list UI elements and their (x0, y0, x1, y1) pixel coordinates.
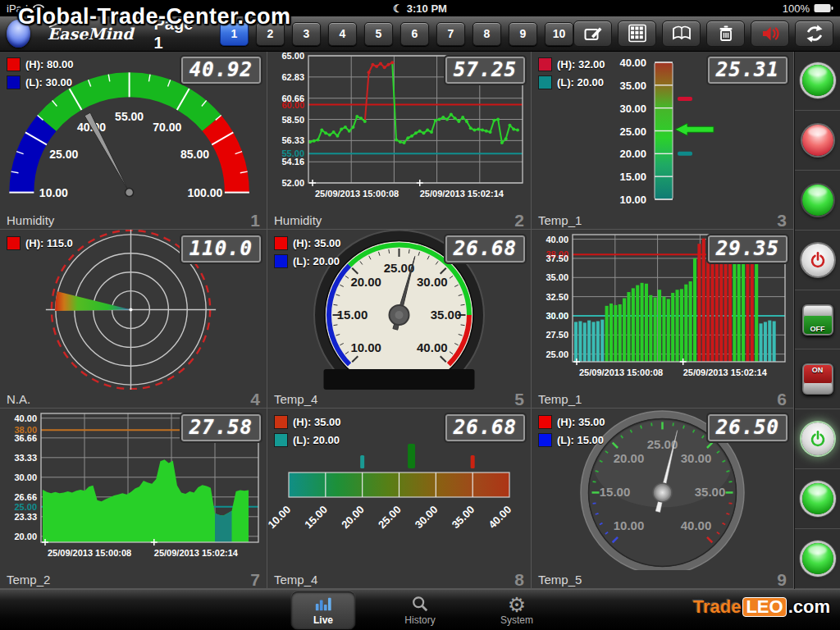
svg-text:85.00: 85.00 (180, 148, 209, 161)
legend-label: (H): 80.00 (25, 58, 74, 71)
panel-8-legend: (H): 35.00(L): 20.00 (274, 415, 341, 447)
panel-9-round-gauge-dark[interactable]: 10.0015.0020.0025.0030.0035.0040.00(H): … (532, 409, 794, 589)
watermark-bottom: TradeLEO.com (693, 596, 830, 618)
page-button-10[interactable]: 10 (545, 22, 573, 46)
panel-4-body: (H): 115.0110.0 (0, 230, 267, 390)
led-gloss (808, 546, 827, 555)
panel-6-body: 38.0030.0040.0037.5035.0032.5030.0027.50… (532, 230, 793, 390)
watermark-leo: LEO (742, 597, 786, 617)
svg-text:20.00: 20.00 (619, 148, 646, 160)
toolbar-actions (573, 21, 833, 47)
led-gloss (808, 127, 827, 136)
value-display: 40.92 (181, 57, 261, 84)
panel-1-semicircle-gauge[interactable]: 10.0025.0040.0055.0070.0085.00100.00(H):… (0, 51, 267, 230)
panel-title: Humidity (274, 212, 322, 229)
indicator-led-5[interactable] (802, 543, 833, 574)
panel-footer: Temp_48 (267, 570, 531, 588)
indicator-led-1[interactable] (802, 65, 833, 96)
page-button-8[interactable]: 8 (472, 22, 501, 46)
panel-8-horizontal-gauge[interactable]: 10.0015.0020.0025.0030.0035.0040.00(H): … (267, 409, 532, 589)
panel-2-line-chart[interactable]: 60.0055.0065.0062.8360.6658.5056.3354.16… (267, 51, 532, 230)
edit-button[interactable] (573, 21, 612, 47)
svg-text:25/09/2013 15:02:14: 25/09/2013 15:02:14 (154, 548, 239, 558)
book-button[interactable] (662, 21, 701, 47)
gear-icon: ⚙ (508, 595, 526, 614)
svg-text:25/09/2013 15:02:14: 25/09/2013 15:02:14 (420, 189, 504, 199)
page-button-4[interactable]: 4 (328, 22, 357, 46)
svg-text:25.00: 25.00 (14, 502, 37, 512)
refresh-button[interactable] (795, 21, 833, 47)
tab-system[interactable]: ⚙System (485, 591, 549, 629)
svg-text:27.50: 27.50 (546, 330, 568, 340)
high-limit-swatch (274, 415, 288, 429)
tab-label: System (500, 614, 533, 626)
book-icon (672, 24, 692, 43)
svg-text:54.16: 54.16 (281, 157, 304, 167)
svg-text:30.00: 30.00 (681, 451, 712, 465)
svg-text:30.00: 30.00 (14, 472, 37, 482)
indicator-led-3[interactable] (802, 185, 833, 216)
value-display: 26.68 (445, 414, 525, 441)
switch-on-button[interactable]: ON (802, 363, 833, 395)
high-limit-swatch (274, 236, 288, 250)
power-icon (808, 429, 828, 449)
low-limit-swatch (274, 254, 288, 268)
switch-face: OFF (804, 316, 832, 334)
page-button-5[interactable]: 5 (364, 22, 393, 46)
low-limit-swatch (274, 433, 288, 447)
status-center: ☾ 3:10 PM (393, 2, 447, 15)
page-button-3[interactable]: 3 (292, 22, 321, 46)
page-button-6[interactable]: 6 (400, 22, 429, 46)
trash-button[interactable] (706, 21, 745, 47)
panel-3-vertical-gauge[interactable]: 10.0015.0020.0025.0030.0035.0040.00(H): … (532, 51, 794, 230)
grid-icon (628, 24, 647, 43)
value-display: 26.50 (708, 414, 788, 441)
panel-footer: Temp_59 (532, 570, 793, 588)
page-button-9[interactable]: 9 (509, 22, 537, 46)
svg-text:35.00: 35.00 (695, 485, 726, 499)
indicator-led-4[interactable] (802, 483, 833, 514)
svg-text:10.00: 10.00 (619, 194, 646, 206)
panel-9-body: 10.0015.0020.0025.0030.0035.0040.00(H): … (532, 409, 793, 570)
power-button-green[interactable] (801, 422, 834, 455)
panel-number: 6 (777, 391, 787, 408)
value-display: 25.31 (708, 57, 788, 84)
panel-4-radar-gauge[interactable]: (H): 115.0110.0N.A.4 (0, 230, 267, 409)
panel-number: 3 (777, 212, 787, 229)
legend-row: (H): 32.00 (538, 57, 605, 71)
switch-face: ON (804, 365, 832, 383)
svg-text:15.00: 15.00 (302, 504, 330, 532)
side-cell: ON (795, 349, 840, 409)
panel-5-legend: (H): 35.00(L): 20.00 (274, 236, 341, 268)
refresh-icon (805, 24, 824, 43)
legend-label: (H): 115.0 (25, 237, 73, 249)
panel-5-body: 10.0015.0020.0025.0030.0035.0040.00(H): … (267, 230, 531, 390)
panel-9-legend: (H): 35.00(L): 15.00 (538, 415, 605, 447)
legend-label: (L): 20.00 (293, 434, 340, 446)
panel-1-legend: (H): 80.00(L): 30.00 (7, 57, 74, 89)
svg-text:32.50: 32.50 (546, 292, 568, 302)
tab-history[interactable]: History (388, 591, 452, 629)
indicator-led-2[interactable] (802, 125, 833, 156)
svg-text:15.00: 15.00 (337, 308, 368, 322)
high-limit-swatch (538, 57, 552, 71)
panel-title: N.A. (7, 391, 30, 408)
battery-percent: 100% (783, 2, 810, 15)
side-cell (795, 529, 840, 589)
tab-live[interactable]: Live (291, 591, 355, 629)
svg-text:20.00: 20.00 (614, 451, 645, 465)
speaker-button[interactable] (751, 21, 789, 47)
power-button-red[interactable] (801, 244, 834, 276)
panel-footer: N.A.4 (0, 390, 267, 408)
svg-text:15.00: 15.00 (600, 485, 631, 499)
panel-6-bar-chart[interactable]: 38.0030.0040.0037.5035.0032.5030.0027.50… (532, 230, 794, 409)
grid-button[interactable] (618, 21, 656, 47)
page-button-7[interactable]: 7 (436, 22, 465, 46)
panel-5-round-gauge-light[interactable]: 10.0015.0020.0025.0030.0035.0040.00(H): … (267, 230, 532, 409)
legend-label: (L): 30.00 (25, 76, 72, 89)
svg-text:15.00: 15.00 (619, 171, 646, 183)
svg-text:10.00: 10.00 (267, 504, 293, 532)
switch-off-button[interactable]: OFF (802, 304, 833, 336)
panel-7-area-chart[interactable]: 38.0025.0040.0036.6633.3330.0026.6623.33… (0, 409, 267, 589)
svg-text:25/09/2013 15:00:08: 25/09/2013 15:00:08 (579, 368, 663, 377)
